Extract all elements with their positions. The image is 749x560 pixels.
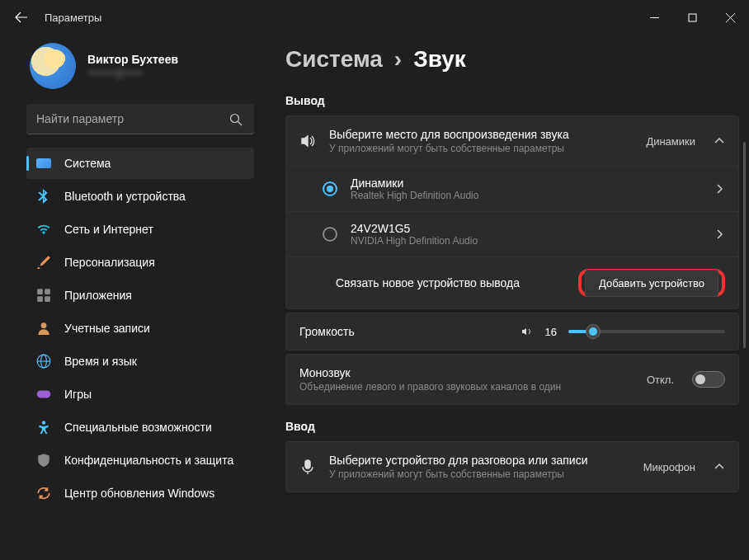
svg-rect-15: [305, 460, 310, 468]
volume-value: 16: [545, 326, 557, 338]
gamepad-icon: [36, 387, 51, 402]
sidebar-item-label: Конфиденциальность и защита: [64, 454, 233, 467]
user-name: Виктор Бухтеев: [87, 53, 178, 66]
sidebar-item-apps[interactable]: Приложения: [26, 280, 254, 311]
device-driver: Realtek High Definition Audio: [351, 190, 700, 201]
wifi-icon: [36, 222, 51, 237]
back-icon[interactable]: [15, 11, 28, 24]
close-button[interactable]: [711, 4, 749, 31]
title-bar: Параметры: [0, 0, 749, 35]
input-device-header[interactable]: Выберите устройство для разговора или за…: [286, 442, 738, 492]
chevron-up-icon: [714, 461, 725, 473]
svg-point-14: [42, 421, 46, 425]
output-selected-value: Динамики: [646, 135, 695, 148]
chevron-right-icon: ›: [394, 46, 402, 73]
sidebar-item-personalization[interactable]: Персонализация: [26, 247, 254, 278]
device-name: Динамики: [351, 176, 700, 190]
sidebar-item-label: Центр обновления Windows: [64, 487, 214, 500]
globe-icon: [36, 354, 51, 369]
sidebar: Виктор Бухтеев ••••••••@••••• Система Bl…: [0, 35, 264, 560]
sidebar-item-gaming[interactable]: Игры: [26, 379, 254, 410]
minimize-button[interactable]: [635, 4, 673, 31]
sidebar-item-label: Bluetooth и устройства: [64, 190, 186, 203]
mono-state: Откл.: [647, 374, 674, 386]
mono-toggle[interactable]: [692, 371, 725, 388]
device-driver: NVIDIA High Definition Audio: [351, 235, 700, 247]
svg-rect-6: [37, 289, 43, 294]
add-device-button[interactable]: Добавить устройство: [585, 270, 718, 297]
mono-title: Монозвук: [299, 366, 634, 379]
output-subtitle: У приложений могут быть собственные пара…: [329, 143, 633, 154]
sidebar-item-accounts[interactable]: Учетные записи: [26, 313, 254, 344]
radio-unselected-icon[interactable]: [323, 227, 337, 242]
volume-label: Громкость: [299, 325, 509, 338]
svg-point-4: [231, 114, 239, 122]
sidebar-item-label: Специальные возможности: [64, 421, 212, 434]
maximize-button[interactable]: [673, 4, 711, 31]
update-icon: [36, 486, 51, 501]
brush-icon: [36, 255, 51, 270]
device-name: 24V2W1G5: [351, 222, 700, 235]
breadcrumb: Система › Звук: [285, 35, 739, 79]
breadcrumb-parent[interactable]: Система: [285, 46, 383, 73]
sidebar-item-update[interactable]: Центр обновления Windows: [26, 478, 254, 509]
search-box[interactable]: [26, 104, 254, 134]
shield-icon: [36, 453, 51, 468]
highlight-annotation: Добавить устройство: [578, 269, 725, 297]
sidebar-item-label: Сеть и Интернет: [64, 223, 153, 236]
window-title: Параметры: [45, 12, 101, 24]
mono-card: Монозвук Объединение левого и правого зв…: [285, 354, 739, 405]
output-title: Выберите место для воспроизведения звука: [329, 128, 633, 141]
chevron-up-icon: [714, 135, 725, 147]
sidebar-item-system[interactable]: Система: [26, 148, 254, 179]
sidebar-item-label: Учетные записи: [64, 322, 150, 335]
search-input[interactable]: [26, 104, 254, 134]
svg-rect-8: [37, 296, 43, 302]
scrollbar[interactable]: [743, 142, 746, 348]
sidebar-item-privacy[interactable]: Конфиденциальность и защита: [26, 445, 254, 476]
volume-row[interactable]: Громкость 16: [286, 313, 738, 350]
output-device-row[interactable]: 24V2W1G5 NVIDIA High Definition Audio: [286, 211, 738, 256]
chevron-right-icon[interactable]: [714, 183, 725, 195]
window-controls: [635, 4, 749, 31]
sidebar-item-bluetooth[interactable]: Bluetooth и устройства: [26, 181, 254, 212]
accessibility-icon: [36, 420, 51, 435]
pair-device-row: Связать новое устройство вывода Добавить…: [286, 256, 738, 308]
user-profile[interactable]: Виктор Бухтеев ••••••••@•••••: [26, 35, 254, 104]
user-email: ••••••••@•••••: [87, 68, 178, 79]
sidebar-item-label: Приложения: [64, 289, 132, 302]
microphone-icon: [299, 459, 316, 475]
volume-icon[interactable]: [521, 325, 534, 338]
speaker-icon: [299, 133, 316, 149]
svg-rect-9: [45, 296, 50, 302]
bluetooth-icon: [36, 189, 51, 204]
mono-row[interactable]: Монозвук Объединение левого и правого зв…: [286, 355, 738, 404]
output-section-label: Вывод: [285, 94, 739, 107]
volume-slider[interactable]: [568, 330, 725, 333]
display-icon: [36, 156, 51, 171]
search-icon: [229, 113, 243, 126]
input-section-label: Ввод: [285, 420, 739, 433]
person-icon: [36, 321, 51, 336]
svg-line-5: [238, 121, 243, 125]
output-device-row[interactable]: Динамики Realtek High Definition Audio: [286, 166, 738, 211]
apps-icon: [36, 288, 51, 303]
pair-label: Связать новое устройство вывода: [299, 276, 578, 289]
input-device-card: Выберите устройство для разговора или за…: [285, 441, 739, 492]
sidebar-item-accessibility[interactable]: Специальные возможности: [26, 412, 254, 443]
input-title: Выберите устройство для разговора или за…: [329, 454, 630, 467]
sidebar-item-time-language[interactable]: Время и язык: [26, 346, 254, 377]
input-selected-value: Микрофон: [643, 461, 695, 473]
output-device-card: Выберите место для воспроизведения звука…: [285, 115, 739, 309]
volume-card: Громкость 16: [285, 313, 739, 351]
svg-point-10: [41, 322, 47, 328]
chevron-right-icon[interactable]: [714, 228, 725, 240]
sidebar-item-network[interactable]: Сеть и Интернет: [26, 214, 254, 245]
input-subtitle: У приложений могут быть собственные пара…: [329, 468, 630, 480]
svg-rect-7: [45, 289, 50, 294]
mono-subtitle: Объединение левого и правого звуковых ка…: [299, 381, 634, 393]
avatar: [30, 43, 76, 89]
svg-rect-1: [689, 14, 696, 21]
output-device-header[interactable]: Выберите место для воспроизведения звука…: [286, 116, 738, 166]
radio-selected-icon[interactable]: [323, 181, 337, 196]
